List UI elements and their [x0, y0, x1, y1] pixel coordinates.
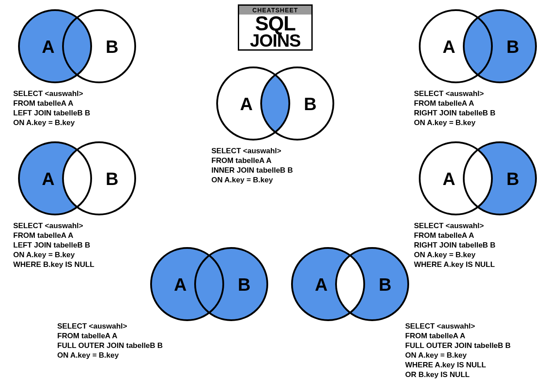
cell-inner-join: A B SELECT <auswahl> FROM tabelleA A INN… — [211, 66, 339, 185]
header-line2: JOINS — [239, 33, 311, 48]
code-full-outer-exclude: SELECT <auswahl> FROM tabelleA A FULL OU… — [405, 322, 511, 380]
label-b: B — [506, 169, 519, 189]
code-right-join: SELECT <auswahl> FROM tabelleA A RIGHT J… — [414, 89, 542, 128]
label-a: A — [174, 275, 187, 294]
label-a: A — [42, 37, 55, 56]
label-a: A — [443, 169, 455, 189]
code-block-full-outer-exclude: SELECT <auswahl> FROM tabelleA A FULL OU… — [405, 322, 511, 380]
cell-left-join: A B SELECT <auswahl> FROM tabelleA A LEF… — [13, 9, 141, 128]
venn-right-join-exclude: A B — [414, 141, 542, 216]
code-right-join-exclude: SELECT <auswahl> FROM tabelleA A RIGHT J… — [414, 221, 542, 270]
cell-full-outer-exclude: A B — [286, 247, 414, 327]
cell-right-join: A B SELECT <auswahl> FROM tabelleA A RIG… — [414, 9, 542, 128]
venn-full-outer-exclude: A B — [286, 247, 414, 322]
label-a: A — [443, 37, 455, 56]
label-b: B — [379, 275, 392, 294]
header-box: CHEATSHEET SQL JOINS — [238, 4, 313, 51]
label-a: A — [42, 169, 55, 189]
code-left-join-exclude: SELECT <auswahl> FROM tabelleA A LEFT JO… — [13, 221, 141, 270]
label-b: B — [304, 94, 317, 114]
code-block-full-outer: SELECT <auswahl> FROM tabelleA A FULL OU… — [57, 322, 163, 360]
header-line1: SQL — [239, 15, 311, 33]
code-full-outer: SELECT <auswahl> FROM tabelleA A FULL OU… — [57, 322, 163, 360]
cell-full-outer: A B — [145, 247, 273, 327]
label-b: B — [106, 37, 118, 56]
venn-left-join-exclude: A B — [13, 141, 141, 216]
venn-left-join: A B — [13, 9, 141, 84]
label-b: B — [506, 37, 519, 56]
code-left-join: SELECT <auswahl> FROM tabelleA A LEFT JO… — [13, 89, 141, 128]
venn-right-join: A B — [414, 9, 542, 84]
label-a: A — [240, 94, 253, 114]
cell-right-join-exclude: A B SELECT <auswahl> FROM tabelleA A RIG… — [414, 141, 542, 270]
label-b: B — [106, 169, 118, 189]
cell-left-join-exclude: A B SELECT <auswahl> FROM tabelleA A LEF… — [13, 141, 141, 270]
venn-inner-join: A B — [211, 66, 339, 141]
venn-full-outer: A B — [145, 247, 273, 322]
label-b: B — [238, 275, 251, 294]
code-inner-join: SELECT <auswahl> FROM tabelleA A INNER J… — [211, 146, 339, 185]
label-a: A — [315, 275, 328, 294]
